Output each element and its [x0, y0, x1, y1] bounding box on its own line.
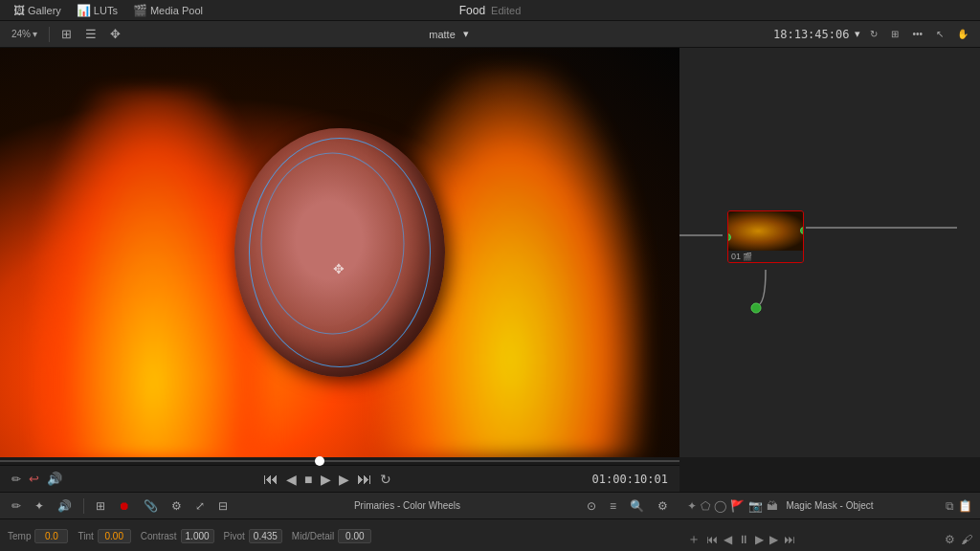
bottom-panels: ✏ ✦ 🔊 ⊞ ⏺ 📎 ⚙ ⤢ ⊟ Primaries - Color Whee… — [0, 492, 980, 551]
play-button[interactable]: ▶ — [321, 472, 331, 487]
left-panel-title: Primaries - Color Wheels — [354, 500, 460, 511]
flag-icon[interactable]: 🚩 — [730, 499, 745, 513]
undo-icon[interactable]: ↩ — [29, 472, 39, 486]
camera-icon[interactable]: 📷 — [748, 499, 763, 513]
timecode-display: 18:13:45:06 — [773, 28, 849, 41]
right-panel-title: Magic Mask - Object — [786, 500, 873, 511]
bars-icon[interactable]: ≡ — [606, 497, 620, 515]
contrast-param: Contrast 1.000 — [141, 529, 214, 543]
rp-next[interactable]: ▶ — [769, 533, 778, 546]
scrubber-head[interactable] — [315, 456, 324, 466]
prev-frame-button[interactable]: ◀ — [286, 472, 297, 487]
node-graph-panel[interactable]: 01 🎬 — [679, 48, 980, 457]
wand-icon[interactable]: 🔊 — [54, 497, 76, 515]
paste-icon[interactable]: 📋 — [958, 499, 972, 513]
media-pool-button[interactable]: 🎬 Media Pool — [127, 2, 209, 19]
video-panel: ✥ — [0, 48, 679, 457]
media-pool-icon: 🎬 — [133, 4, 147, 17]
temp-label: Temp — [8, 531, 31, 541]
contrast-label: Contrast — [141, 531, 177, 541]
shape-icon[interactable]: ⬠ — [701, 499, 710, 513]
luts-button[interactable]: 📊 LUTs — [71, 2, 123, 19]
search-icon[interactable]: 🔍 — [626, 497, 648, 515]
landscape-icon[interactable]: 🏔 — [767, 499, 778, 513]
zoom-value: 24% — [11, 29, 31, 39]
rp-pause[interactable]: ⏸ — [738, 533, 749, 546]
main-area: ✥ 01 🎬 — [0, 48, 980, 457]
transform-icon[interactable]: ✥ — [106, 25, 124, 43]
contrast-value[interactable]: 1.000 — [181, 529, 214, 543]
transform-icon-2[interactable]: ⤢ — [191, 497, 209, 515]
scrubber[interactable] — [0, 457, 679, 465]
rp-play[interactable]: ▶ — [755, 533, 764, 546]
pen-tool-icon[interactable]: ✏ — [8, 497, 25, 515]
mid-detail-value[interactable]: 0.00 — [338, 529, 371, 543]
top-bar-left: 🖼 Gallery 📊 LUTs 🎬 Media Pool — [0, 2, 216, 19]
svg-point-2 — [751, 303, 761, 313]
stop-button[interactable]: ■ — [304, 472, 312, 487]
gallery-label: Gallery — [28, 5, 61, 16]
media-pool-label: Media Pool — [150, 5, 203, 16]
more-options-icon[interactable]: ••• — [908, 27, 926, 41]
zoom-chevron-icon: ▾ — [33, 29, 37, 39]
cursor-tool-icon[interactable]: ↖ — [932, 27, 947, 41]
playback-bar: ✏ ↩ 🔊 ⏮ ◀ ■ ▶ ▶ ⏭ ↻ 01:00:10:01 — [0, 465, 679, 492]
rp-settings[interactable]: ⚙ — [945, 533, 955, 546]
hand-tool-icon[interactable]: ✋ — [953, 27, 972, 41]
luts-label: LUTs — [94, 5, 118, 16]
separator-1 — [49, 27, 50, 42]
mid-detail-param: Mid/Detail 0.00 — [292, 529, 371, 543]
project-name: Food — [459, 4, 485, 17]
skip-to-start-button[interactable]: ⏮ — [263, 471, 278, 488]
color-wheel-icon[interactable]: ⊙ — [583, 497, 600, 515]
copy-icon[interactable]: ⧉ — [946, 499, 954, 513]
magic-mask-icon[interactable]: ✦ — [687, 499, 697, 513]
speaker-icon[interactable]: 🔊 — [47, 472, 62, 486]
right-panel-toolbar: ✦ ⬠ ◯ 🚩 📷 🏔 Magic Mask - Object ⧉ 📋 — [679, 493, 980, 519]
zoom-level[interactable]: 24% ▾ — [8, 27, 41, 41]
left-panel-toolbar: ✏ ✦ 🔊 ⊞ ⏺ 📎 ⚙ ⤢ ⊟ Primaries - Color Whee… — [0, 493, 679, 519]
grid-icon[interactable]: ⊞ — [57, 25, 76, 43]
grid-3-icon[interactable]: ⊟ — [214, 497, 232, 515]
node-item-01[interactable]: 01 🎬 — [727, 210, 804, 263]
rp-skip-fwd[interactable]: ⏭ — [784, 533, 795, 546]
rp-prev[interactable]: ◀ — [724, 533, 732, 546]
video-scene: ✥ — [0, 48, 679, 457]
gallery-button[interactable]: 🖼 Gallery — [8, 2, 67, 19]
magic-icon[interactable]: ✦ — [31, 497, 48, 515]
node-icon: 🎬 — [743, 253, 752, 261]
gallery-icon: 🖼 — [13, 4, 25, 17]
draw-icon[interactable]: ✏ — [11, 473, 21, 486]
toolbar-center: matte ▾ — [130, 28, 768, 40]
gear-icon[interactable]: ⚙ — [654, 497, 672, 515]
video-canvas: ✥ — [0, 48, 679, 457]
skip-to-end-button[interactable]: ⏭ — [357, 471, 372, 488]
loop-button[interactable]: ↻ — [380, 472, 391, 487]
circle-icon[interactable]: ◯ — [714, 499, 726, 513]
grid-icon-2[interactable]: ⊞ — [92, 497, 109, 515]
list-icon[interactable]: ☰ — [81, 25, 100, 43]
clip-icon[interactable]: 📎 — [140, 497, 162, 515]
add-icon[interactable]: ＋ — [687, 531, 701, 548]
grid-view-icon[interactable]: ⊞ — [887, 27, 902, 41]
tint-value[interactable]: 0.00 — [98, 529, 131, 543]
cursor-indicator: ✥ — [333, 261, 345, 276]
rp-brush[interactable]: 🖌 — [961, 533, 972, 546]
pivot-value[interactable]: 0.435 — [249, 529, 282, 543]
settings-icon[interactable]: ⚙ — [167, 497, 186, 515]
pivot-label: Pivot — [224, 531, 245, 541]
temp-param: Temp 0.0 — [8, 529, 68, 543]
right-bottom-panel: ✦ ⬠ ◯ 🚩 📷 🏔 Magic Mask - Object ⧉ 📋 ＋ ⏮ … — [679, 493, 980, 551]
record-icon[interactable]: ⏺ — [115, 497, 134, 515]
refresh-icon[interactable]: ↻ — [866, 27, 881, 41]
node-output-dot[interactable] — [800, 227, 804, 234]
color-params: Temp 0.0 Tint 0.00 Contrast 1.000 Pivot … — [0, 519, 679, 551]
playback-timecode: 01:00:10:01 — [592, 473, 668, 486]
rp-skip-back[interactable]: ⏮ — [706, 533, 718, 546]
mid-detail-label: Mid/Detail — [292, 531, 334, 541]
tint-label: Tint — [78, 531, 93, 541]
matte-label: matte — [429, 29, 456, 40]
next-frame-button[interactable]: ▶ — [339, 472, 349, 487]
right-panel-content: ＋ ⏮ ◀ ⏸ ▶ ▶ ⏭ ⚙ 🖌 — [679, 519, 980, 551]
temp-value[interactable]: 0.0 — [34, 529, 68, 543]
